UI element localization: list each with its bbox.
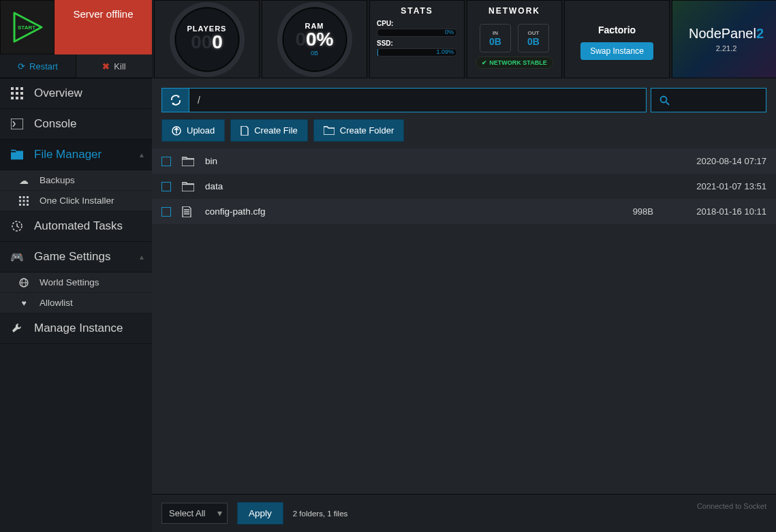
players-value: 000: [191, 31, 223, 54]
svg-rect-6: [16, 92, 18, 95]
path-refresh-button[interactable]: [161, 88, 189, 112]
file-icon: [182, 206, 194, 217]
sidebar-item-overview[interactable]: Overview: [0, 78, 152, 109]
row-checkbox[interactable]: [161, 207, 171, 217]
file-date: 2021-01-07 13:51: [664, 181, 766, 191]
svg-point-25: [661, 96, 667, 102]
svg-line-26: [666, 102, 669, 105]
svg-text:START: START: [18, 25, 35, 31]
kill-button[interactable]: ✖ Kill: [76, 54, 152, 78]
ram-value: 00%: [295, 29, 333, 51]
sidebar-item-label: Game Settings: [34, 250, 110, 264]
start-button[interactable]: START: [0, 0, 55, 54]
sidebar-item-world-settings[interactable]: World Settings: [0, 272, 152, 293]
sidebar-item-label: One Click Installer: [40, 195, 114, 206]
svg-rect-9: [16, 97, 18, 99]
svg-rect-10: [20, 97, 23, 99]
brand-version: 2.21.2: [716, 44, 737, 52]
svg-rect-18: [19, 204, 21, 206]
sidebar-item-file-manager[interactable]: File Manager ▲: [0, 140, 152, 170]
sidebar-item-label: Backups: [40, 175, 75, 185]
row-checkbox[interactable]: [161, 182, 171, 191]
sidebar-item-allowlist[interactable]: ♥ Allowlist: [0, 293, 152, 313]
restart-button[interactable]: ⟳ Restart: [0, 54, 76, 78]
search-icon: [659, 95, 670, 106]
sidebar: Overview Console File Manager ▲ ☁ Backup…: [0, 78, 152, 532]
svg-rect-13: [23, 196, 25, 198]
chevron-up-icon: ▲: [138, 253, 145, 261]
row-checkbox[interactable]: [161, 157, 171, 166]
game-panel: Factorio Swap Instance: [564, 0, 670, 78]
sidebar-item-manage-instance[interactable]: Manage Instance: [0, 313, 152, 344]
folder-icon: [11, 149, 23, 160]
ram-sub: 0B: [311, 50, 318, 57]
kill-label: Kill: [114, 61, 125, 72]
network-in: IN 0B: [480, 24, 511, 52]
apply-button[interactable]: Apply: [237, 502, 283, 525]
gamepad-icon: 🎮: [11, 251, 23, 264]
sidebar-item-game-settings[interactable]: 🎮 Game Settings ▲: [0, 242, 152, 272]
svg-rect-14: [27, 196, 29, 198]
file-size: 998B: [585, 206, 653, 217]
file-row[interactable]: bin 2020-08-14 07:17: [152, 148, 776, 174]
swap-instance-button[interactable]: Swap Instance: [580, 42, 653, 60]
sidebar-item-label: Automated Tasks: [34, 219, 123, 233]
svg-rect-16: [23, 200, 25, 202]
svg-rect-17: [27, 200, 29, 202]
svg-rect-3: [16, 87, 18, 90]
ssd-label: SSD:: [377, 40, 457, 47]
svg-rect-4: [20, 87, 23, 90]
sidebar-item-automated-tasks[interactable]: Automated Tasks: [0, 211, 152, 242]
create-folder-button[interactable]: Create Folder: [313, 119, 404, 142]
svg-rect-8: [11, 97, 14, 99]
sidebar-item-label: Console: [34, 117, 76, 131]
tasks-icon: [11, 220, 23, 232]
sidebar-item-label: Overview: [34, 87, 82, 100]
file-name: bin: [205, 156, 574, 166]
create-file-button[interactable]: Create File: [230, 119, 308, 142]
players-gauge: PLAYERS 000: [154, 0, 260, 78]
file-row[interactable]: config-path.cfg 998B 2018-01-16 10:11: [152, 199, 776, 224]
path-input[interactable]: [189, 88, 647, 112]
file-icon: [240, 126, 249, 136]
stats-panel: STATS CPU: 0% SSD: 1.09%: [369, 0, 465, 78]
cloud-icon: ☁: [18, 175, 30, 186]
upload-button[interactable]: Upload: [161, 119, 225, 142]
grid-icon: [11, 87, 23, 99]
cpu-bar: 0%: [377, 29, 457, 37]
sidebar-item-label: Allowlist: [40, 298, 73, 308]
brand-panel: NodePanel2 2.21.2: [672, 0, 776, 78]
file-date: 2020-08-14 07:17: [664, 156, 766, 166]
svg-rect-11: [11, 119, 23, 129]
sidebar-item-label: Manage Instance: [34, 322, 123, 335]
network-stable-badge: ✔NETWORK STABLE: [476, 57, 553, 69]
select-action-dropdown[interactable]: Select All: [161, 503, 228, 524]
file-name: data: [205, 181, 574, 191]
sidebar-item-label: File Manager: [34, 148, 102, 161]
folder-icon: [182, 157, 194, 166]
close-icon: ✖: [102, 61, 110, 72]
network-out: OUT 0B: [518, 24, 549, 52]
heart-icon: ♥: [18, 298, 30, 308]
restart-label: Restart: [29, 61, 58, 72]
brand-name: NodePanel2: [689, 26, 764, 42]
check-icon: ✔: [482, 59, 487, 66]
cpu-label: CPU:: [377, 20, 457, 27]
sidebar-item-one-click-installer[interactable]: One Click Installer: [0, 191, 152, 211]
file-list: bin 2020-08-14 07:17 data 2021-01-07 13:…: [152, 148, 776, 494]
sidebar-item-backups[interactable]: ☁ Backups: [0, 170, 152, 191]
svg-rect-19: [23, 204, 25, 206]
socket-status: Connected to Socket: [697, 502, 766, 510]
file-date: 2018-01-16 10:11: [664, 206, 766, 217]
svg-rect-20: [27, 204, 29, 206]
refresh-icon: ⟳: [18, 61, 25, 72]
cpu-pct: 0%: [445, 29, 454, 35]
refresh-icon: [170, 94, 182, 106]
globe-icon: [18, 278, 30, 287]
network-panel: NETWORK IN 0B OUT 0B ✔NETWORK STABLE: [467, 0, 562, 78]
file-row[interactable]: data 2021-01-07 13:51: [152, 174, 776, 199]
svg-rect-15: [19, 200, 21, 202]
sidebar-item-console[interactable]: Console: [0, 109, 152, 140]
search-input[interactable]: [651, 88, 766, 112]
upload-icon: [172, 126, 181, 136]
